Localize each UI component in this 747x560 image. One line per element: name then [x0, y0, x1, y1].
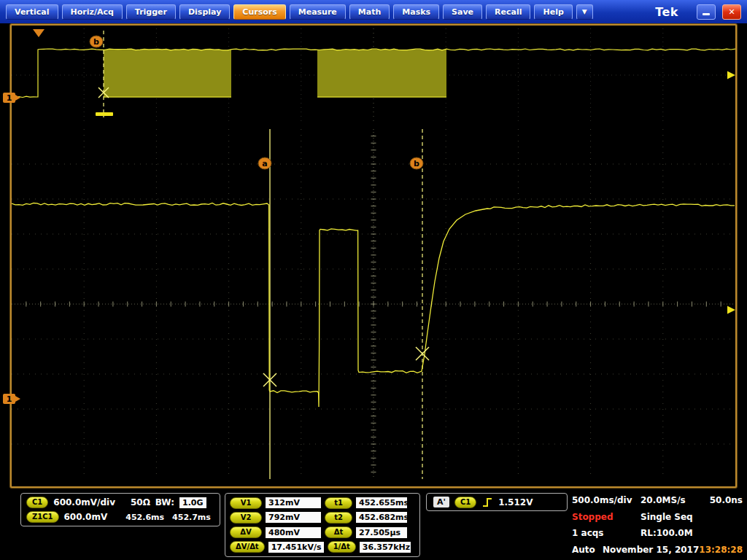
- v1-value: 312mV: [266, 497, 321, 508]
- t2-badge[interactable]: t2: [325, 512, 352, 524]
- acquisition-mode: Single Seq: [640, 512, 708, 522]
- cursor-b-label: b: [410, 158, 423, 169]
- zoom-overview-strip: b: [12, 27, 735, 123]
- channel1-scale: 600.0mV/div: [53, 497, 115, 508]
- menu-display[interactable]: Display: [179, 4, 230, 20]
- zoom-scale: 600.0mV: [64, 512, 108, 522]
- v1-badge[interactable]: V1: [230, 497, 262, 509]
- v2-value: 792mV: [266, 512, 321, 523]
- trigger-position-marker[interactable]: [33, 29, 44, 37]
- menu-recall[interactable]: Recall: [486, 4, 530, 20]
- acquisition-count: 1 acqs: [572, 528, 640, 538]
- inverse-dt-value: 36.357kHz: [360, 542, 411, 553]
- slew-rate-badge[interactable]: ΔV/Δt: [230, 541, 265, 553]
- t1-badge[interactable]: t1: [325, 497, 352, 509]
- close-button[interactable]: ✕: [722, 4, 741, 20]
- zoom-time-left: 452.6ms: [125, 513, 164, 522]
- cursor-readout-box[interactable]: V1 312mV t1 452.655ms V2 792mV t2 452.68…: [225, 493, 420, 557]
- acq-status-row: Stopped Single Seq: [572, 510, 743, 524]
- zoom-readout-row: Z1C1 600.0mV 452.6ms 452.7ms: [26, 511, 214, 523]
- channel1-marker[interactable]: 1: [3, 394, 15, 404]
- menu-cursors[interactable]: Cursors: [233, 4, 285, 20]
- menu-dropdown-arrow[interactable]: ▼: [576, 4, 593, 20]
- acq-count-row: 1 acqs RL:100.0M: [572, 526, 743, 540]
- record-length: RL:100.0M: [640, 528, 708, 538]
- t1-value: 452.655ms: [356, 497, 407, 508]
- channel1-marker-overview[interactable]: 1: [3, 93, 15, 103]
- time-label: 13:28:28: [699, 545, 743, 555]
- menu-vertical[interactable]: Vertical: [6, 4, 58, 20]
- trigger-level: 1.512V: [498, 497, 533, 508]
- trigger-a-badge[interactable]: A': [433, 497, 449, 508]
- date-label: November 15, 2017: [603, 545, 699, 555]
- menu-help[interactable]: Help: [534, 4, 572, 20]
- svg-text:a: a: [262, 159, 267, 168]
- scope-display: b a: [10, 24, 737, 488]
- menu-measure[interactable]: Measure: [290, 4, 346, 20]
- sample-rate: 20.0MS/s: [640, 495, 708, 505]
- measurement-row: V2 792mV t2 452.682ms: [230, 510, 415, 524]
- tek-logo: Tek: [655, 5, 690, 19]
- datetime-row: Auto November 15, 2017 13:28:28: [572, 542, 743, 557]
- channel1-termination: 50Ω: [131, 497, 150, 508]
- resolution: 50.0ns: [710, 495, 743, 505]
- measurement-row: ΔV/Δt 17.451kV/s 1/Δt 36.357kHz: [230, 540, 415, 554]
- overview-activity-block: [104, 50, 231, 97]
- measurement-row: ΔV 480mV Δt 27.505µs: [230, 526, 415, 540]
- menu-bar: Vertical Horiz/Acq Trigger Display Curso…: [0, 0, 747, 23]
- zoom-channel-badge[interactable]: Z1C1: [26, 511, 59, 523]
- svg-text:b: b: [414, 159, 419, 168]
- overview-plot: b: [12, 27, 735, 123]
- tek-oscilloscope-app: Vertical Horiz/Acq Trigger Display Curso…: [0, 0, 747, 560]
- delta-v-badge[interactable]: ΔV: [230, 526, 262, 538]
- minimize-button[interactable]: [697, 4, 716, 20]
- delta-v-value: 480mV: [266, 527, 321, 538]
- inverse-dt-badge[interactable]: 1/Δt: [328, 541, 356, 553]
- zoom-time-right: 452.7ms: [172, 513, 211, 522]
- channel-readout-box[interactable]: C1 600.0mV/div 50Ω BW: 1.0G Z1C1 600.0mV…: [20, 493, 220, 526]
- menu-math[interactable]: Math: [349, 4, 390, 20]
- overview-cursor-b-label: b: [90, 36, 103, 47]
- readout-bar: C1 600.0mV/div 50Ω BW: 1.0G Z1C1 600.0mV…: [0, 490, 747, 560]
- acquisition-status: Stopped: [572, 512, 640, 522]
- zoom-window-indicator[interactable]: [96, 112, 113, 116]
- delta-t-value: 27.505µs: [356, 527, 407, 538]
- channel1-badge[interactable]: C1: [26, 497, 48, 508]
- menu-trigger[interactable]: Trigger: [126, 4, 176, 20]
- menu-save[interactable]: Save: [443, 4, 482, 20]
- bandwidth-label: BW:: [155, 497, 174, 508]
- main-plot: a b: [12, 129, 735, 479]
- cursor-a-label: a: [258, 158, 271, 169]
- horizontal-acq-readout: 500.0ms/div 20.0MS/s 50.0ns Stopped Sing…: [572, 493, 743, 557]
- horizontal-scale: 500.0ms/div: [572, 495, 640, 505]
- t2-value: 452.682ms: [356, 512, 407, 523]
- close-icon: ✕: [728, 7, 735, 17]
- rising-edge-icon: [481, 497, 493, 508]
- overview-activity-block: [317, 50, 446, 97]
- overview-level-arrow[interactable]: [727, 71, 735, 79]
- minimize-icon: [703, 13, 710, 15]
- menu-masks[interactable]: Masks: [393, 4, 439, 20]
- trigger-readout-box[interactable]: A' C1 1.512V: [426, 493, 568, 511]
- trigger-source-badge[interactable]: C1: [454, 497, 476, 508]
- delta-t-badge[interactable]: Δt: [325, 526, 352, 538]
- bandwidth-value: 1.0G: [179, 497, 206, 508]
- measurement-row: V1 312mV t1 452.655ms: [230, 496, 415, 510]
- svg-text:b: b: [93, 37, 99, 47]
- main-graticule: a b: [12, 129, 735, 479]
- slew-rate-value: 17.451kV/s: [268, 542, 324, 553]
- menu-horiz-acq[interactable]: Horiz/Acq: [62, 4, 123, 20]
- horizontal-readout-row: 500.0ms/div 20.0MS/s 50.0ns: [572, 493, 743, 508]
- v2-badge[interactable]: V2: [230, 512, 262, 524]
- channel1-readout-row: C1 600.0mV/div 50Ω BW: 1.0G: [26, 497, 214, 508]
- trigger-mode: Auto: [572, 545, 603, 555]
- channel1-level-arrow[interactable]: [727, 306, 735, 314]
